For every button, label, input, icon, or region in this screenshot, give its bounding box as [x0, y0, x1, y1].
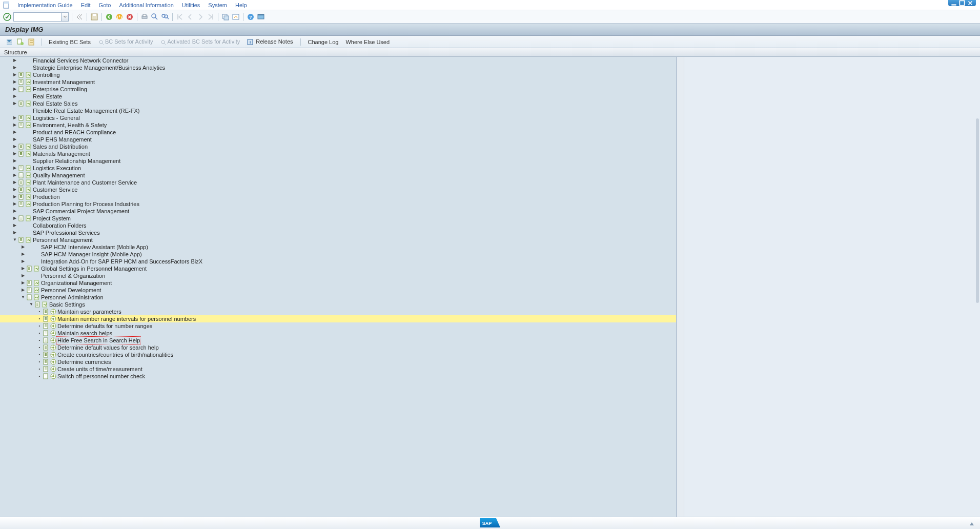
tree-node-label[interactable]: Personnel Development [41, 287, 101, 294]
activity-icon[interactable] [26, 215, 32, 221]
find-icon[interactable] [151, 13, 159, 21]
tree-expander-icon[interactable]: ▶ [12, 87, 17, 92]
tree-node-label[interactable]: Integration Add-On for SAP ERP HCM and S… [41, 258, 202, 265]
tree-node-label[interactable]: Supplier Relationship Management [33, 157, 120, 165]
next-page-icon[interactable] [196, 13, 205, 21]
tree-expander-icon[interactable]: ▶ [12, 101, 17, 106]
tree-node[interactable]: ▶Customer Service [0, 186, 676, 193]
tree-expander-icon[interactable]: ▶ [21, 252, 26, 257]
menu-implementation-guide[interactable]: Implementation Guide [13, 1, 77, 9]
tree-expander-icon[interactable]: ▶ [12, 130, 17, 135]
tree-node[interactable]: ▶Controlling [0, 71, 676, 78]
execute-icon[interactable] [50, 359, 56, 365]
tree-node[interactable]: •Determine defaults for number ranges [0, 322, 676, 330]
tree-node-label[interactable]: SAP Commercial Project Management [33, 208, 129, 215]
activity-icon[interactable] [26, 165, 32, 171]
tree-node[interactable]: ▶Sales and Distribution [0, 143, 676, 150]
tree-node-label[interactable]: Controlling [33, 71, 60, 78]
tree-node-label[interactable]: Collaboration Folders [33, 222, 87, 229]
tree-expander-icon[interactable]: • [37, 338, 42, 343]
tree-expander-icon[interactable]: ▶ [12, 94, 17, 99]
tree-node[interactable]: ▶SAP Professional Services [0, 229, 676, 236]
change-log-button[interactable]: Change Log [306, 38, 341, 46]
menu-edit[interactable]: Edit [77, 1, 95, 9]
tree-node-label[interactable]: Create countries/countries of birth/nati… [57, 351, 173, 358]
img-doc-icon[interactable] [18, 100, 25, 107]
execute-icon[interactable] [50, 344, 56, 351]
tree-node[interactable]: ▶Product and REACH Compliance [0, 129, 676, 136]
tree-node[interactable]: •Create units of time/measurement [0, 365, 676, 373]
tree-expander-icon[interactable]: ▶ [21, 288, 26, 293]
tree-node-label[interactable]: Organizational Management [41, 279, 112, 287]
tree-node-label[interactable]: SAP HCM Interview Assistant (Mobile App) [41, 243, 148, 251]
img-doc-icon[interactable] [18, 237, 25, 243]
maximize-icon[interactable] [958, 0, 966, 6]
img-doc-icon[interactable] [35, 301, 41, 308]
prev-page-icon[interactable] [186, 13, 194, 21]
activity-icon[interactable] [26, 194, 32, 200]
tree-expander-icon[interactable]: ▶ [12, 194, 17, 199]
tree-expander-icon[interactable]: ▶ [12, 223, 17, 228]
tree-node-label[interactable]: Personnel Management [33, 236, 93, 243]
img-doc-icon[interactable] [18, 179, 25, 186]
activity-icon[interactable] [26, 115, 32, 121]
command-dropdown-icon[interactable] [61, 13, 68, 21]
tree-node-label[interactable]: Logistics Execution [33, 165, 81, 172]
tree-node[interactable]: ▶Logistics - General [0, 114, 676, 121]
tree-node[interactable]: ▶Personnel & Organization [0, 272, 676, 279]
customize-layout-icon[interactable] [257, 13, 265, 21]
tree-node[interactable]: ▼Personnel Administration [0, 294, 676, 301]
tree-expander-icon[interactable]: • [37, 323, 42, 329]
tree-node[interactable]: ▶Quality Management [0, 172, 676, 179]
tree-node[interactable]: ▶Production [0, 193, 676, 200]
activity-icon[interactable] [42, 301, 48, 308]
tree-node[interactable]: ▶Strategic Enterprise Management/Busines… [0, 64, 676, 71]
execute-icon[interactable] [50, 316, 56, 322]
tree-node[interactable]: ▶SAP Commercial Project Management [0, 208, 676, 215]
img-doc-icon[interactable] [43, 373, 49, 379]
tree-expander-icon[interactable]: • [37, 331, 42, 336]
execute-icon[interactable] [50, 330, 56, 336]
tree-node-label[interactable]: Financial Services Network Connector [33, 57, 128, 64]
tree-expander-icon[interactable]: ▶ [12, 115, 17, 120]
tree-node-label[interactable]: Project System [33, 215, 71, 222]
tree-expander-icon[interactable]: ▶ [12, 187, 17, 192]
tree-node-label[interactable]: Production Planning for Process Industri… [33, 200, 139, 208]
tree-node-label[interactable]: Switch off personnel number check [57, 373, 145, 380]
img-doc-icon[interactable] [27, 266, 33, 272]
tree-node[interactable]: •Determine currencies [0, 358, 676, 365]
tree-node[interactable]: ▶Materials Management [0, 150, 676, 157]
tree-expander-icon[interactable]: ▶ [12, 58, 17, 63]
img-doc-icon[interactable] [27, 287, 33, 293]
menu-help[interactable]: Help [231, 1, 251, 9]
status-expand-icon[interactable] [969, 520, 975, 526]
tree-node[interactable]: ▶Global Settings in Personnel Management [0, 265, 676, 272]
tree-node-label[interactable]: Logistics - General [33, 114, 80, 121]
img-doc-icon[interactable] [43, 359, 49, 365]
tree-node[interactable]: ▶Investment Management [0, 78, 676, 86]
tree-expander-icon[interactable]: ▶ [21, 259, 26, 264]
tree-node-label[interactable]: SAP EHS Management [33, 136, 92, 143]
tree-body[interactable]: ▶Financial Services Network Connector▶St… [0, 57, 677, 517]
tree-expander-icon[interactable]: ▶ [21, 280, 26, 286]
tree-node-label[interactable]: SAP Professional Services [33, 229, 100, 236]
tree-expander-icon[interactable]: • [37, 316, 42, 321]
tree-node-label[interactable]: Personnel Administration [41, 294, 104, 301]
tree-node[interactable]: ▶SAP EHS Management [0, 136, 676, 143]
tree-expander-icon[interactable]: ▶ [12, 151, 17, 156]
img-doc-icon[interactable] [18, 86, 25, 92]
img-doc-icon[interactable] [43, 316, 49, 322]
right-scrollbar-thumb[interactable] [976, 118, 979, 303]
tree-node[interactable]: ▶SAP HCM Interview Assistant (Mobile App… [0, 243, 676, 251]
tree-node[interactable]: ▶Supplier Relationship Management [0, 157, 676, 165]
tree-node[interactable]: •Maintain user parameters [0, 308, 676, 315]
tree-expander-icon[interactable]: ▼ [12, 237, 17, 242]
img-doc-icon[interactable] [18, 201, 25, 207]
print-icon[interactable] [140, 13, 149, 21]
activity-icon[interactable] [26, 86, 32, 92]
menu-additional-information[interactable]: Additional Information [115, 1, 177, 9]
tree-expander-icon[interactable]: ▶ [12, 123, 17, 128]
img-doc-icon[interactable] [18, 79, 25, 85]
tree-expander-icon[interactable]: • [37, 352, 42, 357]
execute-icon[interactable] [50, 373, 56, 379]
